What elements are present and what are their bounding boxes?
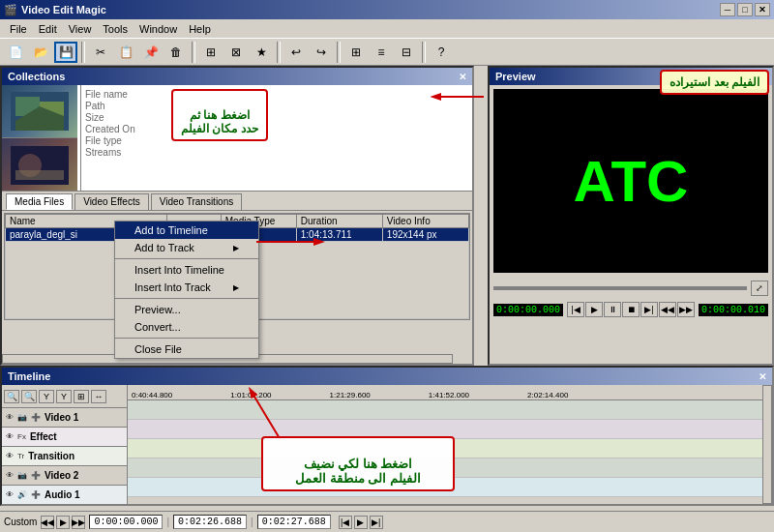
collections-close[interactable]: ✕ [459,72,466,82]
status-sep2: | [251,517,253,527]
preview-screen: ATC [493,89,768,273]
title-bar-buttons: ─ □ ✕ [720,3,770,16]
track-cam-video2[interactable]: 📷 [17,471,27,480]
transport-prev-frame[interactable]: |◀ [567,302,584,317]
track-eye-video2[interactable]: 👁 [6,471,14,480]
tl-filter[interactable]: Y [39,390,54,403]
close-button[interactable]: ✕ [755,3,770,16]
toolbar-sep-1 [81,42,85,63]
thumb-button[interactable]: ⊟ [395,42,418,63]
track-eye-video1[interactable]: 👁 [6,413,14,422]
timeline-scrollbar-v[interactable] [762,385,772,504]
status-transport-play[interactable]: ▶ [354,516,368,529]
track-plus-video2[interactable]: ➕ [31,471,41,480]
track-tr-transition[interactable]: Tr [17,452,24,460]
path-label: Path [85,101,105,111]
context-menu-preview[interactable]: Preview... [115,301,258,318]
status-transport-prev[interactable]: |◀ [339,516,352,529]
copy-button[interactable]: 📋 [114,42,137,63]
save-button[interactable]: 💾 [54,42,77,63]
track-cam-video1[interactable]: 📷 [17,413,27,422]
context-menu-sep-3 [115,338,258,339]
col-video-info[interactable]: Video Info [382,215,468,228]
annotation-topleft: اضغط هنا ثم حدد مكان الفيلم [171,89,268,141]
effect-button[interactable]: ★ [250,42,273,63]
tl-tool1[interactable]: ⊞ [74,390,89,403]
split-button[interactable]: ⊞ [199,42,223,63]
trim-button[interactable]: ⊠ [224,42,248,63]
track-plus-video1[interactable]: ➕ [31,413,41,422]
status-prev-btn[interactable]: ◀◀ [41,516,54,529]
menu-help[interactable]: Help [183,21,217,37]
status-time2[interactable]: 0:02:26.688 [173,515,247,529]
transport-prev-small[interactable]: ◀◀ [659,302,676,317]
grid-button[interactable]: ⊞ [344,42,368,63]
track-plus-audio1[interactable]: ➕ [31,490,41,499]
preview-title: Preview [495,71,536,82]
status-custom-label: Custom [4,517,37,527]
transport-pause[interactable]: ⏸ [604,302,621,317]
tab-video-transitions[interactable]: Video Transitions [151,193,243,210]
minimize-button[interactable]: ─ [720,3,735,16]
maximize-button[interactable]: □ [737,3,753,16]
status-time3[interactable]: 0:02:27.688 [257,515,331,529]
open-button[interactable]: 📂 [29,42,52,63]
track-row-video1[interactable] [128,400,772,420]
transport-next-frame[interactable]: ▶| [640,302,658,317]
tl-tool2[interactable]: ↔ [91,390,106,403]
new-button[interactable]: 📄 [4,42,27,63]
app-title: Video Edit Magic [21,4,106,15]
transport-next-small[interactable]: ▶▶ [677,302,695,317]
ruler-mark-4: 1:41:52.000 [429,391,469,399]
menu-tools[interactable]: Tools [97,21,134,37]
context-menu-insert-into-track[interactable]: Insert Into Track ▶ [115,279,258,296]
preview-panel: Preview ✕ ATC ⤢ 0:00:00.000 |◀ ▶ ⏸ ⏹ ▶| … [488,66,774,366]
track-eye-audio1[interactable]: 👁 [6,490,14,499]
ruler-mark-5: 2:02:14.400 [527,391,568,399]
tl-filter2[interactable]: Y [56,390,72,403]
annotation-topright: الفيلم بعد استيراده [660,70,769,95]
context-menu-sep-1 [115,258,258,259]
list-button[interactable]: ≡ [370,42,393,63]
context-menu-insert-into-timeline[interactable]: Insert Into Timeline [115,261,258,279]
status-transport-next[interactable]: ▶| [370,516,383,529]
menu-window[interactable]: Window [134,21,183,37]
track-eye-transition[interactable]: 👁 [6,452,14,460]
status-play-btn[interactable]: ▶ [56,516,70,529]
help-button[interactable]: ? [430,42,453,63]
context-menu-convert[interactable]: Convert... [115,318,258,336]
timeline-track-labels: 🔍 🔍 Y Y ⊞ ↔ 👁 📷 ➕ Video 1 👁 Fx Effect 👁 [2,385,128,504]
tab-video-effects[interactable]: Video Effects [74,193,149,210]
context-menu-add-to-track[interactable]: Add to Track ▶ [115,239,258,256]
col-duration[interactable]: Duration [296,215,382,228]
menu-edit[interactable]: Edit [33,21,63,37]
track-au-audio1[interactable]: 🔊 [17,490,27,499]
transport-play[interactable]: ▶ [585,302,603,317]
undo-button[interactable]: ↩ [284,42,308,63]
cut-button[interactable]: ✂ [89,42,112,63]
timeline-close[interactable]: ✕ [759,371,766,382]
paste-button[interactable]: 📌 [139,42,163,63]
track-eye-effect[interactable]: 👁 [6,432,14,441]
tab-bar: Media Files Video Effects Video Transiti… [2,192,472,211]
preview-fullscreen-btn[interactable]: ⤢ [751,281,768,296]
tab-media-files[interactable]: Media Files [6,193,73,210]
timeline-header: Timeline ✕ [2,368,772,385]
preview-content: ATC [574,148,689,215]
delete-button[interactable]: 🗑 [164,42,188,63]
preview-slider[interactable] [493,286,747,290]
title-bar: 🎬 Video Edit Magic ─ □ ✕ [0,0,774,19]
app-icon: 🎬 [4,4,17,16]
status-time1[interactable]: 0:00:00.000 [89,515,163,529]
transport-stop[interactable]: ⏹ [622,302,640,317]
track-fx-effect[interactable]: Fx [17,432,26,441]
track-name-video2: Video 2 [45,470,78,481]
context-menu-close-file[interactable]: Close File [115,340,258,358]
status-next-btn[interactable]: ▶▶ [72,516,85,529]
menu-view[interactable]: View [63,21,98,37]
tl-zoom-out[interactable]: 🔍 [21,390,37,403]
tl-zoom-in[interactable]: 🔍 [4,390,19,403]
redo-button[interactable]: ↪ [310,42,333,63]
menu-file[interactable]: File [4,21,33,37]
context-menu-add-to-timeline[interactable]: Add to Timeline [115,222,258,239]
